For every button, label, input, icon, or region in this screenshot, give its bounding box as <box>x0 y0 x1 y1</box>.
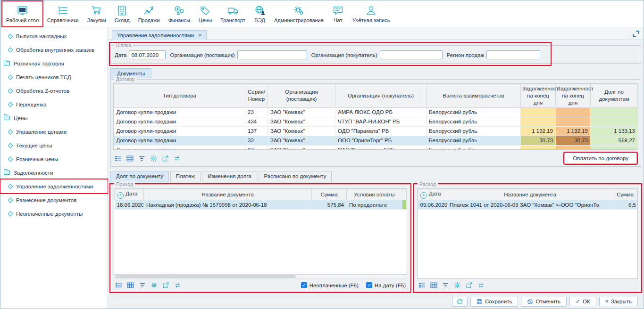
column-header[interactable]: Сумма <box>613 189 637 200</box>
buyer-org-input[interactable] <box>380 50 443 59</box>
table-row[interactable]: 18.06.2020Накладная (продажа) № 1579998 … <box>115 200 407 210</box>
checkbox-checked-icon: ✓ <box>301 282 307 288</box>
toolbar-item-directories[interactable]: Справочники <box>43 1 83 26</box>
ok-button[interactable]: ✓ ОК <box>569 297 596 306</box>
refresh-icon[interactable] <box>477 282 485 289</box>
cancel-button[interactable]: Отменить <box>521 297 567 307</box>
table-row[interactable]: Договор купли-продажи33ЗАО "Комвак"ООО "… <box>114 136 638 145</box>
settings-gear-icon[interactable] <box>151 282 158 289</box>
column-header[interactable]: Сумма <box>312 189 347 200</box>
toolbar-item-finance[interactable]: Финансы <box>165 1 194 26</box>
sidebar-item-obrabotka-z-otchetov[interactable]: Обработка Z-отчетов <box>0 84 108 98</box>
refresh-icon[interactable] <box>174 282 181 289</box>
folder-icon <box>4 61 10 65</box>
sidebar-item-pechat-cennikov-tsd[interactable]: Печать ценников ТСД <box>0 70 108 84</box>
price-tag-icon <box>199 5 211 16</box>
list-view-icon[interactable] <box>115 155 122 162</box>
sidebar-item-raznesenie-dokumentov[interactable]: Разнесение документов <box>0 193 108 207</box>
scrollbar-thumb[interactable] <box>115 275 296 278</box>
sidebar-item-roznichnye-ceny[interactable]: Розничные цены <box>0 152 108 166</box>
toolbar-item-transport[interactable]: Транспорт <box>217 1 249 26</box>
filter-icon[interactable] <box>138 155 145 162</box>
sidebar-folder-roznichnaya-torgovlya[interactable]: Розничная торговля <box>0 57 108 70</box>
tab-payment[interactable]: Платеж <box>170 171 201 182</box>
table-row[interactable]: Договор купли-продажи434ЗАО "Комвак"ЧТУП… <box>114 117 638 126</box>
close-button[interactable]: × Закрыть <box>599 297 638 306</box>
settings-gear-icon[interactable] <box>150 155 157 162</box>
column-header[interactable]: Задолженност на конец дня <box>521 84 556 108</box>
detail-panels: Приход ДатаНазвание документаСуммаУслови… <box>110 182 641 292</box>
list-view-icon[interactable] <box>115 282 122 289</box>
grid-view-icon[interactable] <box>127 282 134 289</box>
refresh-icon[interactable] <box>174 155 181 162</box>
sidebar-item-vypiska-nakladnyh[interactable]: Выписка накладных <box>0 29 108 43</box>
tab-allocated-by-document[interactable]: Расписано по документу <box>259 171 332 182</box>
toolbar-item-prices[interactable]: Цены <box>195 1 216 26</box>
sidebar-folder-zadolzhennosti[interactable]: Задолженности <box>0 166 108 179</box>
expand-icon[interactable] <box>633 31 639 37</box>
close-icon[interactable]: × <box>198 33 201 38</box>
toolbar-item-desktop[interactable]: Рабочий стол <box>2 1 42 26</box>
table-row[interactable]: Договор купли-продажи23ЗАО "Комвак"АМРА … <box>114 107 638 117</box>
export-icon[interactable] <box>162 155 169 162</box>
supplier-org-input[interactable] <box>237 50 307 59</box>
table-row[interactable]: Договор купли-продажи27ЗАО "Комвак"ОАО "… <box>114 145 638 150</box>
table-row[interactable]: Договор купли-продажи137ЗАО "Комвак"ОДО … <box>114 126 638 136</box>
supplier-org-label: Организация (поставщик) <box>170 52 234 58</box>
grid-view-icon[interactable] <box>126 155 134 162</box>
tab-debt-changes[interactable]: Изменения долга <box>202 171 257 182</box>
column-header[interactable]: Условия оплаты <box>347 189 402 200</box>
sidebar-item-upravlenie-zadolzhennostyami[interactable]: Управление задолженностями <box>0 179 108 193</box>
sidebar-item-neoplachennye-dokumenty[interactable]: Неоплаченные документы <box>0 207 108 220</box>
toolbar-item-warehouse[interactable]: Склад <box>111 1 134 26</box>
sidebar-item-tekushchie-ceny[interactable]: Текущие цены <box>0 138 108 152</box>
unpaid-checkbox[interactable]: ✓Неоплаченные (F6) <box>301 282 359 288</box>
date-input[interactable] <box>129 50 166 59</box>
tab-debt-management[interactable]: Управление задолженностями × <box>112 30 207 40</box>
filter-icon[interactable] <box>442 282 449 289</box>
column-header[interactable]: Дата <box>115 189 144 200</box>
sidebar-item-pereocenka[interactable]: Переоценка <box>0 98 108 111</box>
list-view-icon[interactable] <box>418 282 426 289</box>
tab-debt-by-document[interactable]: Долг по документу <box>110 171 169 182</box>
sales-chart-icon <box>143 5 155 16</box>
export-icon[interactable] <box>162 282 169 289</box>
toolbar-item-account[interactable]: Учётная запись <box>349 1 394 26</box>
column-header[interactable]: Организация (покупатель) <box>335 84 427 108</box>
column-header[interactable] <box>402 189 407 200</box>
warehouse-icon <box>116 5 128 16</box>
column-header[interactable]: Тип договора <box>114 84 245 108</box>
export-icon[interactable] <box>466 282 473 289</box>
horizontal-scrollbar[interactable] <box>114 275 407 279</box>
save-button[interactable]: Сохранить <box>470 297 518 307</box>
toolbar-item-administration[interactable]: Администрирование <box>270 1 327 26</box>
column-header[interactable]: Название документа <box>447 189 613 200</box>
sidebar-folder-ceny[interactable]: Цены <box>0 111 108 125</box>
settings-gear-icon[interactable] <box>454 282 461 289</box>
on-date-checkbox[interactable]: ✓На дату (F5) <box>366 282 406 288</box>
filter-icon[interactable] <box>139 282 146 289</box>
pay-by-contract-button[interactable]: Оплатить по договору <box>564 153 637 164</box>
column-header[interactable]: Задолженност на конец дня <box>556 84 591 108</box>
sidebar-item-upravlenie-cenami[interactable]: Управление ценами <box>0 125 108 138</box>
column-header[interactable]: Валюта взаиморасчетов <box>427 84 521 108</box>
toolbar-item-foreign-trade[interactable]: ВЭД <box>250 1 269 26</box>
table-row[interactable]: 09.06.2020Платеж 1041 от 2020-06-09 ЗАО … <box>418 200 637 210</box>
expense-group: Расход ДатаНазвание документаСумма09.06.… <box>414 184 641 292</box>
diamond-icon <box>8 33 13 39</box>
column-header[interactable]: Название документа <box>144 189 312 200</box>
toolbar-item-sales[interactable]: Продажи <box>134 1 164 26</box>
header-group: Шапка Дата Организация (поставщик) Орган… <box>110 45 641 64</box>
column-header[interactable]: Организация (поставщик) <box>268 84 335 108</box>
toolbar-item-purchases[interactable]: Закупки <box>84 1 110 26</box>
diamond-icon <box>8 129 13 134</box>
chat-icon <box>332 5 344 16</box>
refresh-button[interactable] <box>452 297 468 307</box>
column-header[interactable]: Дата <box>418 189 447 200</box>
sales-region-input[interactable] <box>486 50 540 59</box>
grid-view-icon[interactable] <box>430 282 437 289</box>
sidebar-item-obrabotka-vnutrennih-zakazov[interactable]: Обработка внутренних заказов <box>0 43 108 57</box>
toolbar-item-chat[interactable]: Чат <box>328 1 348 26</box>
column-header[interactable]: Серия/ Номер <box>245 84 268 108</box>
column-header[interactable]: Долг по документам <box>591 84 638 108</box>
